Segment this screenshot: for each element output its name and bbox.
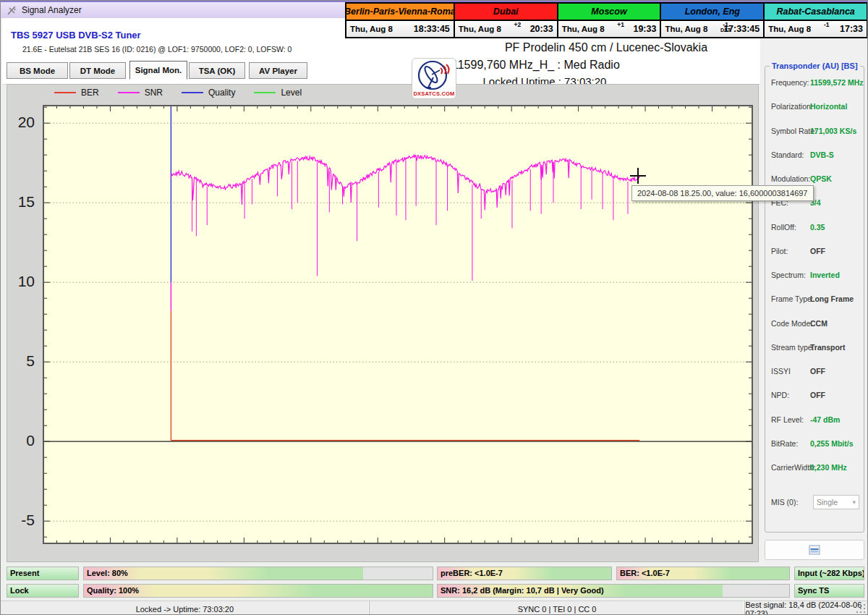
clock-date: Thu, Aug 8 — [665, 25, 707, 33]
signal-chart-panel: BERSNRQualityLevel 20151050-5 — [7, 84, 759, 562]
tab-bs-mode[interactable]: BS Mode — [7, 62, 68, 79]
y-axis-labels: 20151050-5 — [7, 85, 41, 563]
y-tick-label: 15 — [18, 193, 35, 211]
mis-row: MIS (0): Single ▾ — [771, 495, 859, 509]
tab-av-player[interactable]: AV Player — [249, 62, 307, 79]
clock-date: Thu, Aug 8 — [562, 25, 605, 33]
clock-city: Dubai — [493, 7, 519, 17]
transponder-field: Frequency:11599,572 MHz — [765, 78, 865, 90]
transponder-groupbox: Transponder (AU) [BS] Frequency:11599,57… — [765, 66, 864, 533]
clock-dubai: DubaiThu, Aug 8+220:33 — [455, 4, 558, 37]
transponder-field: ISSYIOFF — [765, 367, 865, 378]
legend-line — [54, 92, 76, 93]
transponder-field: Pilot:OFF — [765, 247, 865, 258]
clock-london-eng: London, EngThu, Aug 8-1DST17:33:45 — [661, 4, 765, 37]
status-bar: Locked -> Uptime: 73:03:20SYNC 0 | TEI 0… — [1, 601, 868, 615]
transponder-field: Symbol Rate:171,003 KS/s — [765, 127, 865, 138]
status-cell-snr: SNR: 16,2 dB (Margin: 10,7 dB | Very Goo… — [437, 584, 790, 598]
tab-dt-mode[interactable]: DT Mode — [69, 62, 126, 79]
resize-grip[interactable] — [856, 603, 866, 613]
transponder-field: Frame Type:Long Frame — [765, 294, 865, 306]
dxsatcs-logo: DXSATCS.COM — [412, 58, 456, 99]
clock-utc-offset: -1 — [824, 22, 830, 27]
status-cell-level: Level: 80% — [83, 567, 433, 580]
app-satellite-icon — [7, 5, 17, 16]
transponder-title: Transponder (AU) [BS] — [770, 62, 860, 70]
cursor-crosshair-v — [637, 168, 639, 184]
chevron-down-icon: ▾ — [852, 499, 856, 506]
chart-legend: BERSNRQualityLevel — [54, 88, 302, 98]
mis-label: MIS (0): — [771, 498, 798, 506]
world-clock-table: Berlin-Paris-Vienna-RomaThu, Aug 818:33:… — [345, 2, 868, 38]
legend-item-quality: Quality — [182, 88, 235, 98]
clock-date: Thu, Aug 8 — [768, 25, 811, 33]
tooltip-text: 2024-08-08 18.25.00, value: 16,600000381… — [637, 189, 808, 198]
dxsatcs-dish-graphic — [414, 59, 454, 92]
status-cell-preber: preBER: <1.0E-7 — [437, 567, 612, 580]
clock-rabat-casablanca: Rabat-CasablancaThu, Aug 8-117:33 — [765, 4, 867, 37]
log-button[interactable] — [765, 540, 864, 560]
mis-selected-value: Single — [817, 498, 838, 506]
clock-time: 17:33 — [840, 24, 863, 34]
dxsatcs-logo-text: DXSATCS.COM — [413, 90, 454, 97]
status-cell-input-kbps-: Input (~282 Kbps) — [794, 567, 864, 580]
transponder-field: CarrierWidth:0,230 MHz — [765, 463, 865, 475]
statusbar-section-1: SYNC 0 | TEI 0 | CC 0 — [370, 601, 746, 615]
clock-utc-offset: -1DST — [720, 22, 731, 33]
clock-time: 18:33:45 — [414, 24, 450, 34]
status-cell-quality: Quality: 100% — [83, 584, 433, 598]
clock-time: 20:33 — [530, 24, 553, 34]
y-tick-label: 10 — [18, 273, 35, 290]
statusbar-section-0: Locked -> Uptime: 73:03:20 — [1, 601, 370, 615]
clock-city: Moscow — [591, 7, 626, 17]
transponder-field: Code Mode:CCM — [765, 319, 865, 331]
antenna-location-title: PF Prodelin 450 cm / Lucenec-Slovakia — [505, 41, 707, 54]
transponder-field: NPD:OFF — [765, 391, 865, 402]
transponder-field: BitRate:0,255 Mbit/s — [765, 439, 865, 451]
legend-line — [254, 92, 276, 93]
value-tooltip: 2024-08-08 18.25.00, value: 16,600000381… — [631, 185, 814, 201]
status-cell-sync-ts: Sync TS — [794, 584, 864, 598]
y-tick-label: 20 — [18, 114, 35, 131]
clock-utc-offset: +2 — [514, 22, 521, 27]
transponder-field: Stream type:Transport — [765, 343, 865, 355]
clock-city: Rabat-Casablanca — [776, 7, 854, 17]
y-tick-label: 0 — [26, 432, 35, 449]
legend-line — [118, 92, 140, 93]
legend-item-snr: SNR — [118, 88, 163, 98]
transponder-field: Polarization:Horizontal — [765, 102, 865, 114]
frequency-service-title: f=11599,760 MHz_H_ : Med Radio — [442, 59, 620, 72]
status-cell-present: Present — [7, 567, 79, 580]
log-icon — [809, 545, 820, 555]
legend-item-level: Level — [254, 88, 302, 98]
transponder-field: RollOff:0.35 — [765, 223, 865, 234]
transponder-field: Modulation:QPSK — [765, 174, 865, 186]
transponder-field: Standard:DVB-S — [765, 150, 865, 162]
clock-berlin-paris-vienna-roma: Berlin-Paris-Vienna-RomaThu, Aug 818:33:… — [346, 4, 455, 37]
status-cell-lock: Lock — [7, 584, 79, 598]
clock-date: Thu, Aug 8 — [459, 25, 501, 33]
y-tick-label: 5 — [26, 352, 35, 370]
clock-city: Berlin-Paris-Vienna-Roma — [346, 7, 454, 17]
mis-select[interactable]: Single ▾ — [813, 495, 859, 509]
signal-plot-area[interactable] — [43, 105, 753, 544]
y-tick-label: -5 — [21, 512, 35, 529]
tuner-details: 21.6E - Eutelsat 21B SES 16 (ID: 0216) @… — [22, 45, 292, 54]
window-title: Signal Analyzer — [22, 5, 82, 15]
clock-utc-offset: +1 — [617, 22, 624, 27]
legend-item-ber: BER — [54, 88, 99, 98]
statusbar-section-2: Best signal: 18,4 dB (2024-08-06 07:23) — [745, 601, 868, 615]
tab-signal-mon-[interactable]: Signal Mon. — [129, 61, 187, 80]
transponder-field: Spectrum:Inverted — [765, 271, 865, 282]
status-cell-ber: BER: <1.0E-7 — [616, 567, 790, 580]
tuner-name: TBS 5927 USB DVB-S2 Tuner — [11, 30, 141, 41]
clock-moscow: MoscowThu, Aug 8+119:33 — [558, 4, 662, 37]
clock-time: 19:33 — [633, 24, 656, 34]
clock-date: Thu, Aug 8 — [350, 25, 393, 33]
tab-tsa-ok-[interactable]: TSA (OK) — [189, 62, 245, 79]
transponder-field: RF Level:-47 dBm — [765, 415, 865, 427]
legend-line — [182, 92, 203, 93]
clock-city: London, Eng — [685, 7, 740, 17]
